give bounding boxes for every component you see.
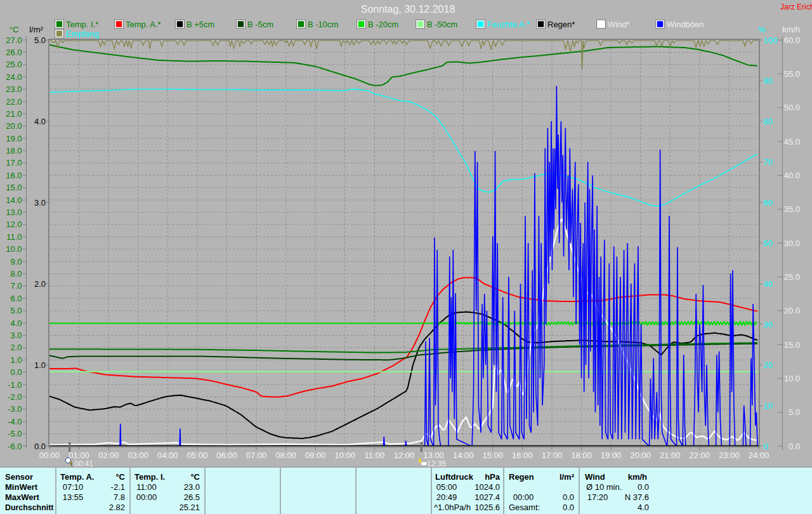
svg-text:7.8: 7.8 [114,492,125,502]
svg-text:10.0: 10.0 [784,374,800,383]
svg-text:06:00: 06:00 [216,451,237,460]
svg-text:100: 100 [764,36,778,45]
svg-text:9.0: 9.0 [10,257,22,267]
svg-text:5.0: 5.0 [34,36,46,45]
svg-text:12:00: 12:00 [394,451,415,460]
svg-text:Sonntag, 30.12.2018: Sonntag, 30.12.2018 [361,4,455,15]
svg-text:60: 60 [764,198,773,208]
svg-text:26.5: 26.5 [184,492,200,502]
svg-text:2.82: 2.82 [109,503,125,512]
svg-text:35.0: 35.0 [784,204,800,214]
svg-text:B -10cm: B -10cm [308,20,338,29]
svg-text:-3.0: -3.0 [8,404,22,414]
svg-text:Temp. I.: Temp. I. [134,472,165,482]
svg-text:-2.1: -2.1 [111,482,125,492]
svg-text:6.0: 6.0 [10,294,22,303]
svg-text:16.0: 16.0 [6,171,22,180]
svg-text:°C: °C [115,472,125,482]
svg-text:Gesamt:: Gesamt: [509,503,540,512]
svg-text:08:00: 08:00 [275,451,296,460]
svg-text:20:00: 20:00 [630,451,651,460]
svg-text:45.0: 45.0 [784,137,800,147]
svg-text:4.0: 4.0 [34,117,46,126]
svg-text:40: 40 [764,279,773,289]
svg-text:23.0: 23.0 [184,482,200,492]
svg-text:24.0: 24.0 [6,72,22,82]
svg-text:18.0: 18.0 [6,146,22,155]
svg-text:-4.0: -4.0 [8,417,22,426]
svg-text:21.0: 21.0 [6,109,22,119]
svg-text:1024.0: 1024.0 [475,482,500,492]
svg-text:40.0: 40.0 [784,171,800,180]
svg-text:-6.0: -6.0 [8,442,22,451]
svg-text:5.0: 5.0 [10,306,22,315]
svg-text:10:00: 10:00 [335,451,356,460]
svg-text:25.0: 25.0 [6,60,22,69]
svg-text:10: 10 [764,401,773,411]
svg-text:-1.0: -1.0 [8,380,22,390]
svg-text:15:00: 15:00 [483,451,504,460]
svg-text:09:00: 09:00 [305,451,326,460]
svg-text:01:00: 01:00 [69,451,89,460]
svg-text:20.0: 20.0 [784,306,800,315]
svg-text:00:00: 00:00 [136,492,157,502]
svg-text:10.0: 10.0 [6,244,22,254]
svg-text:11:00: 11:00 [365,451,385,460]
svg-text:25.21: 25.21 [179,503,200,512]
svg-text:21:00: 21:00 [660,451,681,460]
svg-text:80: 80 [764,117,773,126]
svg-text:07:00: 07:00 [246,451,267,460]
svg-text:Temp. A.: Temp. A. [60,472,94,482]
svg-text:hPa: hPa [485,472,501,482]
svg-text:B -20cm: B -20cm [368,20,398,29]
svg-text:20.0: 20.0 [6,121,22,131]
svg-text:90: 90 [764,76,773,86]
svg-text:1.0: 1.0 [34,360,46,370]
svg-text:Wind: Wind [585,472,605,482]
svg-text:24:00: 24:00 [749,451,769,460]
svg-text:-5.0: -5.0 [8,429,22,438]
svg-text:04:00: 04:00 [157,451,178,460]
svg-text:Temp. A.*: Temp. A.* [126,20,161,29]
svg-text:05:00: 05:00 [436,482,457,492]
svg-text:26.0: 26.0 [6,48,22,57]
svg-text:7.0: 7.0 [10,281,22,291]
svg-text:00:41: 00:41 [74,459,93,468]
svg-text:3.0: 3.0 [10,331,22,340]
svg-text:km/h: km/h [628,472,647,482]
svg-text:50.0: 50.0 [784,103,800,112]
svg-text:1025.6: 1025.6 [475,503,500,512]
svg-text:22:00: 22:00 [690,451,710,460]
svg-text:0.0: 0.0 [638,482,649,492]
svg-text:Regen: Regen [509,472,534,482]
svg-text:17:20: 17:20 [587,492,608,502]
svg-text:70: 70 [764,157,773,167]
svg-text:B -5cm: B -5cm [247,20,273,29]
svg-text:Wind*: Wind* [608,20,630,29]
svg-text:4.0: 4.0 [638,503,649,512]
svg-text:1027.4: 1027.4 [475,492,500,502]
svg-text:4.0: 4.0 [10,319,22,328]
svg-text:25.0: 25.0 [784,272,800,282]
svg-text:3.0: 3.0 [34,198,46,208]
svg-text:Temp. I.*: Temp. I.* [66,20,98,29]
svg-text:30.0: 30.0 [784,239,800,248]
svg-text:Feuchte A.*: Feuchte A.* [487,20,530,29]
svg-text:°C: °C [10,25,19,34]
svg-text:07:10: 07:10 [63,482,84,492]
svg-text:2.0: 2.0 [10,343,22,352]
svg-text:Windböen: Windböen [667,20,704,29]
svg-text:27.0: 27.0 [6,36,22,45]
svg-text:30: 30 [764,320,773,329]
svg-text:12:35: 12:35 [427,459,446,468]
svg-text:05:00: 05:00 [187,451,208,460]
svg-text:20: 20 [764,360,773,370]
svg-text:15.0: 15.0 [6,183,22,192]
svg-text:17:00: 17:00 [542,451,563,460]
svg-text:02:00: 02:00 [98,451,119,460]
svg-text:N 37.6: N 37.6 [625,492,649,502]
svg-text:13:55: 13:55 [63,492,84,502]
svg-text:11:00: 11:00 [136,482,157,492]
svg-text:l/m²: l/m² [560,472,575,482]
svg-text:-2.0: -2.0 [8,392,22,402]
